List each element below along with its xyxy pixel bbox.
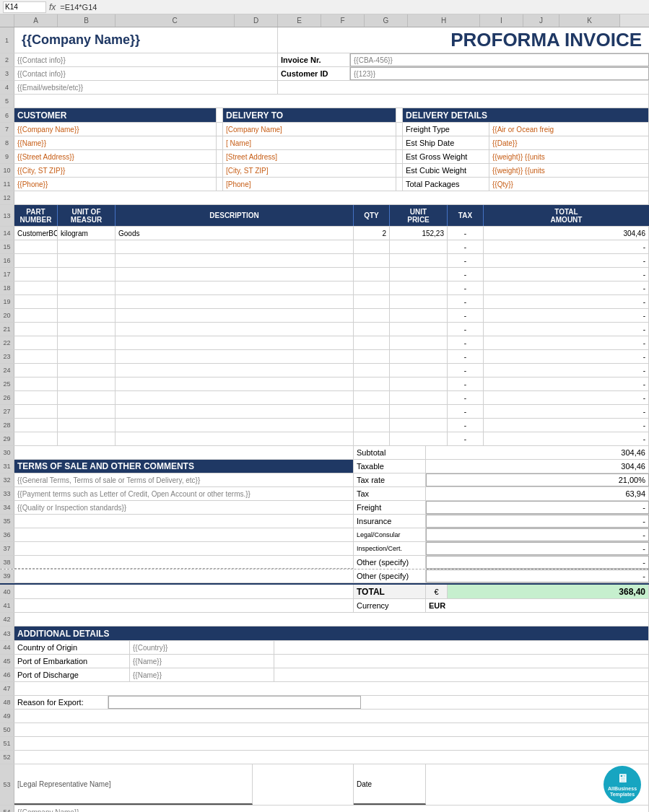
currency-value: EUR [429, 601, 445, 610]
country-label: Country of Origin [17, 643, 77, 652]
row14-price[interactable]: 152,23 [390, 227, 448, 240]
col-I[interactable]: I [480, 14, 523, 27]
insurance-label-cell: Insurance [354, 515, 426, 528]
additional-header-cell: ADDITIONAL DETAILS [14, 627, 649, 640]
row14-tax[interactable]: - [448, 227, 484, 240]
packages-value-cell: {{Qty}} [489, 178, 649, 191]
row-13: 13 PARTNUMBER UNIT OFMEASUR DESCRIPTION … [0, 205, 649, 227]
row-24: 24 - - [0, 364, 649, 377]
col-K[interactable]: K [559, 14, 620, 27]
shipdate-label-cell: Est Ship Date [403, 136, 489, 149]
delivery-to-section-header: DELIVERY TO [223, 108, 396, 122]
cubic-weight-value: {{weight}} {{units [492, 167, 545, 175]
currency-label: Currency [357, 601, 389, 610]
col-C[interactable]: C [116, 14, 235, 27]
cubic-weight-value-cell: {{weight}} {{units [489, 164, 649, 177]
gross-weight-value-cell: {{weight}} {{units [489, 150, 649, 163]
th-qty: QTY [354, 205, 390, 226]
col-A[interactable]: A [14, 14, 58, 27]
row-27: 27 - - [0, 405, 649, 419]
gross-weight-value: {{weight}} {{units [492, 153, 545, 161]
row14-unit[interactable]: kilogram [58, 227, 116, 240]
col-G[interactable]: G [365, 14, 408, 27]
th-unit: UNIT OFMEASUR [58, 205, 116, 226]
customer-id-value: {{123}} [354, 70, 375, 78]
legal-label-cell: Legal/Consular [354, 528, 426, 541]
row-34: 34 {{Quality or Inspection standards}} F… [0, 501, 649, 515]
row-45: 45 Port of Embarkation {{Name}} [0, 655, 649, 668]
other1-value-cell[interactable]: - [426, 556, 649, 569]
row-20: 20 - - [0, 309, 649, 323]
col-B[interactable]: B [58, 14, 116, 27]
contact1: {{Contact info}} [17, 56, 66, 64]
legal-value: - [643, 531, 645, 539]
row-46: 46 Port of Discharge {{Name}} [0, 668, 649, 682]
logo-line1: AllBusiness [608, 786, 637, 792]
allbusiness-logo: 🖥 AllBusiness Templates [604, 766, 641, 803]
deliv-city-cell: [City, ST ZIP] [223, 164, 396, 177]
contact2-cell: {{Contact info}} [14, 67, 278, 80]
email: {{Email/website/etc}} [17, 84, 83, 92]
country-value: {{Country}} [133, 644, 167, 652]
terms-line3-cell[interactable]: {{Quality or Inspection standards}} [14, 501, 354, 514]
col-corner [0, 14, 14, 27]
row14-total[interactable]: 304,46 [484, 227, 649, 240]
col-E[interactable]: E [278, 14, 321, 27]
other2-label-cell: Other (specify) [354, 569, 426, 582]
insurance-value-cell[interactable]: - [426, 515, 649, 528]
row-26: 26 - - [0, 391, 649, 405]
subtotal-value-cell: 304,46 [426, 446, 649, 459]
reason-input-cell[interactable] [108, 696, 361, 709]
customer-id-value-cell[interactable]: {{123}} [350, 67, 649, 80]
deliv-name: [ Name] [226, 139, 251, 147]
other2-value: - [643, 572, 645, 580]
row14-qty[interactable]: 2 [354, 227, 390, 240]
th-total: TOTALAMOUNT [484, 205, 649, 226]
row-50: 50 [0, 723, 649, 737]
taxrate-value: 21,00% [619, 476, 645, 484]
other2-label: Other (specify) [357, 572, 409, 580]
th-unit-price: UNITPRICE [390, 205, 448, 226]
freight-label-cell: Freight Type [403, 123, 489, 136]
terms-line1-cell[interactable]: {{General Terms, Terms of sale or Terms … [14, 473, 354, 486]
invoice-nr-value-cell[interactable]: {{CBA-456}} [350, 53, 649, 66]
date-label: Date [357, 780, 372, 788]
shipdate-label: Est Ship Date [406, 139, 454, 147]
packages-label: Total Packages [406, 180, 460, 188]
subtotal-left-empty [14, 446, 354, 459]
row14-part[interactable]: CustomerBC [14, 227, 58, 240]
row-3: 3 {{Contact info}} Customer ID {{123}} [0, 67, 649, 81]
tax-label: Tax [357, 489, 369, 498]
col-D[interactable]: D [235, 14, 278, 27]
name-box[interactable]: K14 [3, 1, 46, 13]
invoice-title-cell: PROFORMA INVOICE [278, 27, 649, 53]
row-21: 21 - - [0, 323, 649, 336]
terms-line2: {{Payment terms such as Letter of Credit… [17, 490, 251, 498]
deliv-name-cell: [ Name] [223, 136, 396, 149]
subtotal-label-cell: Subtotal [354, 446, 426, 459]
freight-total-value-cell[interactable]: - [426, 501, 649, 514]
subtotal-label: Subtotal [357, 448, 386, 457]
col-F[interactable]: F [321, 14, 365, 27]
freight-value-cell: {{Air or Ocean freig [489, 123, 649, 136]
inspection-value-cell[interactable]: - [426, 542, 649, 555]
row-41: 41 Currency EUR [0, 599, 649, 613]
terms-line2-cell[interactable]: {{Payment terms such as Letter of Credit… [14, 487, 354, 500]
col-J[interactable]: J [523, 14, 559, 27]
taxrate-value-cell[interactable]: 21,00% [426, 473, 649, 486]
row-52: 52 [0, 751, 649, 764]
other1-value: - [643, 558, 645, 567]
other2-value-cell[interactable]: - [426, 569, 649, 582]
col-H[interactable]: H [408, 14, 480, 27]
embarkation-value: {{Name}} [133, 658, 162, 665]
row14-desc[interactable]: Goods [116, 227, 354, 240]
country-label-cell: Country of Origin [14, 641, 130, 654]
rep-name-cell: [Legal Representative Name] [14, 764, 253, 805]
row-48: 48 Reason for Export: [0, 696, 649, 710]
formula-content: =E14*G14 [60, 3, 646, 12]
tax-label-cell: Tax [354, 487, 426, 500]
date-label-cell: Date [354, 764, 426, 805]
row4-empty [278, 81, 649, 94]
legal-value-cell[interactable]: - [426, 528, 649, 541]
other1-label: Other (specify) [357, 558, 409, 567]
